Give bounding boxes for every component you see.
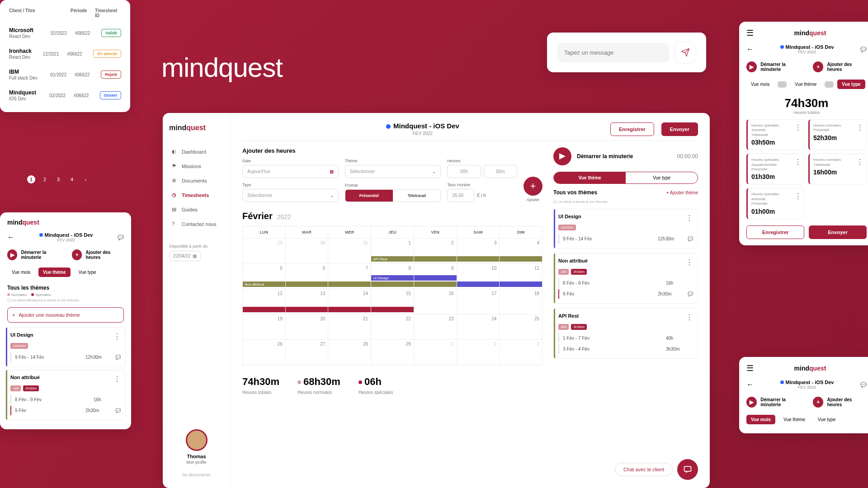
calendar-day[interactable]: 3 (457, 239, 500, 264)
tab-month[interactable]: Vue mois (7, 267, 35, 277)
more-button[interactable]: ⋮ (794, 123, 802, 132)
calendar-day[interactable]: 28 (328, 340, 371, 365)
calendar-day[interactable]: 7 (328, 264, 371, 289)
nav-missions[interactable]: ⚑Missions (169, 159, 224, 174)
list-item[interactable]: MicrosoftReact Dev02/2022#06622Validé (5, 23, 126, 43)
comment-icon[interactable]: 💬 (115, 408, 121, 413)
tab-theme[interactable]: Vue thème (38, 267, 70, 277)
tab-type[interactable]: Vue type (837, 80, 865, 89)
calendar-day[interactable]: 23 (414, 314, 457, 340)
hours-m-input[interactable]: 00m (484, 165, 517, 178)
nav-timesheets[interactable]: ◷Timesheets (169, 188, 224, 202)
rate-input[interactable]: 35.00 (447, 189, 474, 202)
nav-documents[interactable]: 🗎Documents (169, 174, 224, 188)
page-button[interactable]: 2 (41, 175, 49, 183)
chat-input[interactable] (557, 43, 669, 62)
more-button[interactable]: ⋮ (686, 214, 693, 222)
page-button[interactable]: 4 (68, 175, 76, 183)
calendar-day[interactable]: 29 (371, 340, 414, 365)
chat-fab[interactable] (677, 459, 698, 480)
date-input[interactable]: Aujourd'hui▦ (242, 165, 339, 178)
save-button[interactable]: Enregistrer (610, 122, 654, 136)
calendar-day[interactable]: 16 (414, 289, 457, 314)
calendar-day[interactable]: 1API Rest (371, 239, 414, 264)
calendar-day[interactable]: 15 (371, 289, 414, 314)
calendar-day[interactable]: 25 (500, 314, 542, 340)
tab-month[interactable]: Vue mois (746, 80, 774, 89)
page-button[interactable]: 3 (54, 175, 62, 183)
start-timer-button[interactable]: ▶Démarrer la minuterie (746, 397, 806, 408)
back-button[interactable]: ← (7, 233, 14, 241)
calendar-day[interactable]: 14 (328, 289, 371, 314)
tab-theme[interactable]: Vue thème (790, 80, 821, 89)
comment-icon[interactable]: 💬 (688, 236, 693, 241)
chat-icon[interactable]: 💬 (860, 382, 867, 388)
add-hours-button[interactable]: +Ajouter des heures (813, 61, 867, 72)
avatar[interactable] (186, 429, 208, 451)
more-button[interactable]: ⋮ (856, 123, 863, 132)
menu-button[interactable]: ☰ (746, 28, 754, 38)
start-timer-button[interactable]: ▶Démarrer la minuterie (746, 61, 806, 72)
calendar-day[interactable]: 3 (500, 340, 542, 365)
calendar-day[interactable]: 2 (414, 239, 457, 264)
profile-link[interactable]: Mon profile (169, 460, 224, 465)
back-button[interactable]: ← (746, 45, 754, 53)
chat-icon[interactable]: 💬 (860, 47, 867, 52)
list-item[interactable]: MindquestiOS Dev02/2022#06622Ouvert (5, 85, 126, 106)
chat-client-button[interactable]: Chat avec le client (615, 463, 673, 476)
add-hours-button[interactable]: +Ajouter des heures (72, 249, 124, 260)
next-page-button[interactable]: › (81, 175, 90, 183)
theme-select[interactable]: Sélectionner⌄ (345, 165, 441, 178)
calendar-day[interactable]: 17 (457, 289, 500, 314)
calendar-day[interactable]: 1 (414, 340, 457, 365)
add-theme-button[interactable]: +Ajouter une nouveau thème (7, 307, 124, 323)
tab-month[interactable]: Vue mois (746, 415, 775, 424)
calendar-day[interactable]: 22 (371, 314, 414, 340)
nav-guides[interactable]: ▤Guides (169, 202, 224, 217)
calendar-day[interactable]: 27 (286, 340, 329, 365)
tab-type[interactable]: Vue type (813, 415, 840, 424)
menu-button[interactable]: ☰ (746, 363, 754, 373)
timer-play-button[interactable] (553, 147, 571, 165)
more-button[interactable]: ⋮ (686, 258, 693, 267)
type-select[interactable]: Sélectionner⌄ (242, 189, 339, 202)
comment-icon[interactable]: 💬 (688, 291, 693, 296)
more-button[interactable]: ⋮ (794, 192, 802, 201)
logout-link[interactable]: Se déconnecter (169, 473, 224, 477)
add-hours-button[interactable]: +Ajouter des heures (813, 397, 867, 408)
calendar-day[interactable]: 2 (457, 340, 500, 365)
tab-theme[interactable]: Vue thème (554, 172, 626, 183)
chat-icon[interactable]: 💬 (118, 235, 124, 240)
calendar-day[interactable]: 5Non attribué (243, 264, 286, 289)
send-button[interactable] (675, 42, 696, 63)
calendar-day[interactable]: 29 (243, 239, 286, 264)
calendar-day[interactable]: 20 (286, 314, 329, 340)
add-theme-link[interactable]: + Ajouter thème (666, 190, 698, 195)
tab-theme[interactable]: Vue thème (779, 415, 810, 424)
more-button[interactable]: ⋮ (113, 332, 121, 341)
list-item[interactable]: IBMFull stack Dev01/2022#06622Rejeté (5, 64, 126, 85)
calendar-day[interactable]: 12 (243, 289, 286, 314)
calendar-day[interactable]: 26 (243, 340, 286, 365)
format-toggle[interactable]: PrésentielTeletravail (345, 189, 441, 202)
calendar-day[interactable]: 13 (286, 289, 329, 314)
tab-type[interactable]: Vue type (626, 172, 698, 183)
calendar-day[interactable]: 6 (286, 264, 329, 289)
tab-type[interactable]: Vue type (74, 267, 101, 277)
more-button[interactable]: ⋮ (856, 158, 863, 166)
calendar-day[interactable]: 11 (500, 264, 542, 289)
save-button[interactable]: Enregistrer (746, 225, 804, 239)
page-button[interactable]: 1 (27, 175, 35, 183)
send-button[interactable]: Envoyer (809, 225, 867, 239)
calendar-day[interactable]: 9 (414, 264, 457, 289)
back-button[interactable]: ← (746, 380, 754, 389)
comment-icon[interactable]: 💬 (115, 355, 121, 360)
more-button[interactable]: ⋮ (113, 375, 121, 383)
nav-contact[interactable]: ?Contactez nous (169, 217, 224, 231)
list-item[interactable]: IronhackReact Dev12/2021#06622En attente (5, 43, 126, 64)
more-button[interactable]: ⋮ (794, 158, 802, 166)
view-tabs[interactable]: Vue thème Vue type (553, 172, 698, 184)
start-timer-button[interactable]: ▶Démarrer la minuterie (7, 249, 65, 260)
calendar-day[interactable]: 31 (328, 239, 371, 264)
calendar-day[interactable]: 30 (286, 239, 329, 264)
